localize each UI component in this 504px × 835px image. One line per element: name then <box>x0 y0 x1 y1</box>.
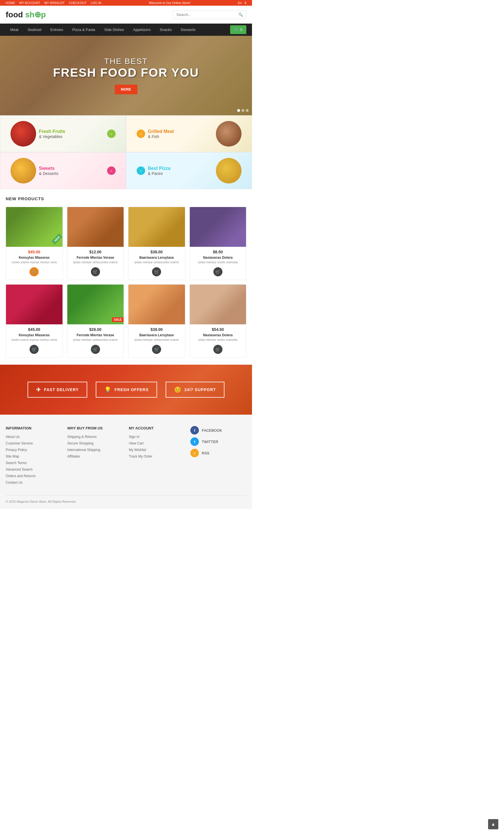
footer-link-secure[interactable]: Secure Shopping <box>67 441 94 445</box>
nav-meat[interactable]: Meat <box>6 24 23 36</box>
hero-more-button[interactable]: MORE <box>115 85 138 94</box>
offers-label: FRESH OFFERS <box>115 387 148 392</box>
language-selector[interactable]: En <box>238 1 241 4</box>
social-rss[interactable]: r RSS <box>190 449 246 457</box>
nav-seafood[interactable]: Seafood <box>23 24 46 36</box>
add-to-cart-1[interactable]: 🛒 <box>29 267 39 276</box>
add-to-cart-3[interactable]: 🛒 <box>152 267 161 276</box>
footer-link-search-terms[interactable]: Search Terms <box>6 461 27 465</box>
currency-selector[interactable]: $ <box>245 1 246 4</box>
product-price-1: $45.00 <box>9 250 59 254</box>
product-price-7: $38.00 <box>132 327 182 332</box>
promo-meat-arrow[interactable]: ‹ <box>137 129 145 138</box>
nav-desserts[interactable]: Desserts <box>177 24 200 36</box>
promo-pizza-inner: ‹ Best Pizza & Panini <box>132 157 246 185</box>
hero-subtitle: THE BEST <box>53 57 199 66</box>
nav-items: Meat Seafood Entrees Pizza & Pasta Side … <box>6 24 230 36</box>
nav-appetizers[interactable]: Appetizers <box>128 24 155 36</box>
footer-link-sitemap[interactable]: Site Map <box>6 454 19 459</box>
product-info-2: $12.00 Ferrode Miertas Verase iyetas mie… <box>67 247 124 280</box>
search-input[interactable] <box>173 11 236 19</box>
product-image-8 <box>190 285 246 324</box>
add-to-cart-4[interactable]: 🛒 <box>214 267 222 276</box>
footer-link-wishlist[interactable]: My Wishlist <box>129 448 146 452</box>
promo-fruits-subtitle: & Vegetables <box>39 134 104 139</box>
top-nav-wishlist[interactable]: MY WISHLIST <box>44 1 64 4</box>
footer-link-privacy[interactable]: Privacy Policy <box>6 448 27 452</box>
cart-button[interactable]: 🛒 0 <box>230 25 246 34</box>
top-nav-account[interactable]: MY ACCOUNT <box>19 1 40 4</box>
promo-fruits-inner: Fresh Fruits & Vegetables › <box>6 120 120 148</box>
hero-banner: THE BEST FRESH FOOD FOR YOU MORE <box>0 36 252 115</box>
top-nav-login[interactable]: LOG IN <box>90 1 101 4</box>
add-to-cart-5[interactable]: 🛒 <box>29 345 39 354</box>
facebook-label: FACEBOOK <box>202 428 222 432</box>
footer-link-about[interactable]: About Us <box>6 435 20 439</box>
nav-side-dishes[interactable]: Side Dishes <box>100 24 128 36</box>
footer-bottom: © 2015 Magento Demo Store. All Rights Re… <box>6 495 246 503</box>
footer-my-account: MY ACCOUNT Sign In View Cart My Wishlist… <box>129 426 185 487</box>
social-facebook[interactable]: f FACEBOOK <box>190 426 246 434</box>
footer-link-shipping[interactable]: Shipping & Returns <box>67 435 97 439</box>
nav-entrees[interactable]: Entrees <box>46 24 67 36</box>
footer-my-account-title: MY ACCOUNT <box>129 426 185 430</box>
products-section: NEW PRODUCTS NEW $45.00 Kenuytas Miasera… <box>0 189 252 365</box>
footer-link-intl-shipping[interactable]: International Shipping <box>67 448 100 452</box>
product-card-6: SALE $26.00 Ferrode Miertas Verase iyeta… <box>67 284 124 358</box>
dot-2[interactable] <box>241 109 244 112</box>
promo-meat-subtitle: & Fish <box>148 134 214 139</box>
footer-link-affiliates[interactable]: Affiliates <box>67 454 80 459</box>
promo-fruits: Fresh Fruits & Vegetables › <box>0 115 126 152</box>
footer-link-advanced-search[interactable]: Advanced Search <box>6 468 33 471</box>
top-nav-home[interactable]: HOME <box>6 1 15 4</box>
top-nav-checkout[interactable]: CHECKOUT <box>69 1 86 4</box>
navigation: Meat Seafood Entrees Pizza & Pasta Side … <box>0 24 252 36</box>
delivery-label: FAST DELIVERY <box>44 387 79 392</box>
feature-delivery[interactable]: ✈ FAST DELIVERY <box>27 382 87 398</box>
sweets-image <box>11 158 36 183</box>
support-label: 24/7 SUPPORT <box>184 387 216 392</box>
search-button[interactable]: 🔍 <box>236 11 246 19</box>
promo-pizza-arrow[interactable]: ‹ <box>137 166 145 175</box>
footer-link-contact[interactable]: Contact Us <box>6 481 22 485</box>
add-to-cart-7[interactable]: 🛒 <box>152 345 161 354</box>
rss-label: RSS <box>202 451 209 455</box>
product-card-4: $8.50 Nasiaseras Dolera iyetas miertyar … <box>189 207 247 280</box>
dot-3[interactable] <box>246 109 248 112</box>
footer-link-orders[interactable]: Orders and Returns <box>6 474 36 478</box>
footer-link-view-cart[interactable]: View Cart <box>129 441 144 445</box>
cart-icon: 🛒 <box>234 27 239 32</box>
logo[interactable]: food sh⊕p <box>6 10 46 19</box>
footer-link-sign-in[interactable]: Sign In <box>129 435 140 439</box>
product-card-1: NEW $45.00 Kenuytas Miaseras ceoles srai… <box>6 207 63 280</box>
add-to-cart-6[interactable]: 🛒 <box>91 345 100 354</box>
footer-link-customer-service[interactable]: Customer Service <box>6 441 33 445</box>
product-price-8: $54.50 <box>193 327 243 332</box>
product-image-4 <box>190 207 246 247</box>
social-twitter[interactable]: t TWITTER <box>190 437 246 446</box>
promo-pizza-title: Best Pizza <box>148 166 214 171</box>
hero-dots <box>237 109 248 112</box>
nav-pizza-pasta[interactable]: Pizza & Pasta <box>67 24 100 36</box>
promo-sweets-arrow[interactable]: › <box>107 166 116 175</box>
dot-1[interactable] <box>237 109 240 112</box>
new-badge-1: NEW <box>52 233 62 244</box>
product-info-1: $45.00 Kenuytas Miaseras ceoles sraime m… <box>6 247 62 280</box>
sale-badge-6: SALE <box>112 317 124 322</box>
feature-offers[interactable]: 💡 FRESH OFFERS <box>96 382 157 398</box>
add-to-cart-8[interactable]: 🛒 <box>214 345 222 354</box>
promo-fruits-arrow[interactable]: › <box>107 129 116 138</box>
product-image-5 <box>6 285 62 324</box>
product-info-3: $38.00 Baeriasera Leruytase iyetas miert… <box>128 247 185 280</box>
nav-snacks[interactable]: Snacks <box>155 24 177 36</box>
promo-pizza-subtitle: & Panini <box>148 171 214 176</box>
product-info-6: $26.00 Ferrode Miertas Verase iyetas mie… <box>67 324 124 357</box>
product-image-7 <box>128 285 185 324</box>
product-image-1: NEW <box>6 207 62 247</box>
product-price-5: $45.00 <box>9 327 59 332</box>
feature-support[interactable]: 😊 24/7 SUPPORT <box>166 382 224 398</box>
add-to-cart-2[interactable]: 🛒 <box>91 267 100 276</box>
footer-link-track-order[interactable]: Track My Order <box>129 454 153 459</box>
product-image-2 <box>67 207 124 247</box>
promo-section: Fresh Fruits & Vegetables › ‹ Grilled Me… <box>0 115 252 189</box>
